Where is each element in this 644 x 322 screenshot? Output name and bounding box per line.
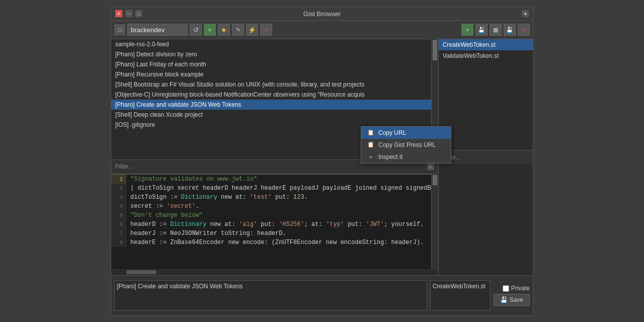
code-editor[interactable]: 1 "Signature validates on www.jwt.io" 2 … [111,174,431,270]
window-menu-button[interactable]: ▾ [522,10,529,17]
maximize-button[interactable]: □ [135,10,142,17]
code-line: 3 dictToSign := Dictionary new at: 'test… [111,193,431,202]
right-save2-button[interactable]: 💾 [504,24,516,36]
file-filter-bar: Filter... [439,150,533,164]
scrollbar-thumb[interactable] [433,40,437,60]
list-item[interactable]: [Pharo] Last Friday of each month [111,59,431,69]
pin-button[interactable]: ✎ [232,24,244,36]
save-icon: 💾 [500,296,508,303]
file-list: CreateWebToken.st ValidateWebToken.st [439,39,533,150]
inspect-icon: ● [367,153,374,160]
refresh-button[interactable]: ↺ [190,24,202,36]
context-menu-item-copy-url[interactable]: 📋 Copy URL [361,127,451,139]
right-close-button[interactable]: × [518,24,530,36]
code-content: headerJ := NeoJSONWriter toString: heade… [126,229,286,238]
code-hscrollbar[interactable] [111,269,438,275]
file-list-item[interactable]: ValidateWebToken.st [439,50,533,61]
private-label: Private [511,285,530,292]
code-content: | dictToSign secret headerD headerJ head… [126,184,431,193]
filter-placeholder: Filter... [115,163,133,170]
line-number: 5 [111,211,126,220]
main-area: sample-rss-2.0-feed [Pharo] Detect divis… [111,39,533,275]
bottom-title-text: [Pharo] Create and validate JSON Web Tok… [117,283,243,290]
code-panel: 1 "Signature validates on www.jwt.io" 2 … [111,174,438,269]
window-controls: × − □ [115,10,142,17]
right-grid-button[interactable]: ▦ [490,24,502,36]
main-toolbar: □ ↺ + ★ ✎ ⚡ × + 💾 ▦ 💾 × [111,21,533,39]
code-line: 2 | dictToSign secret headerD headerJ he… [111,184,431,193]
copy-url-icon: 📋 [367,129,374,136]
list-item[interactable]: [Objective-C] Unregistering block-based … [111,90,431,100]
bottom-right-controls: Private 💾 Save [494,285,530,306]
private-checkbox-container[interactable]: Private [503,285,530,292]
window-title: Gist Browser [303,10,341,18]
code-content: headerD := Dictionary new at: 'alg' put:… [126,220,424,229]
code-content: secret := 'secret'. [126,202,199,211]
right-add-button[interactable]: + [461,24,473,36]
copy-gist-label: Copy Gist Press URL [378,141,436,148]
filter-dropdown[interactable]: ▾ [427,163,434,170]
lightning-button[interactable]: ⚡ [246,24,258,36]
code-content: "Signature validates on www.jwt.io" [126,175,257,184]
add-gist-button[interactable]: + [204,24,216,36]
context-menu-item-inspect[interactable]: ● Inspect it [361,151,451,163]
line-number: 7 [111,229,126,238]
line-number: 1 [111,175,126,184]
right-window-controls: ▾ [522,10,529,17]
code-line: 1 "Signature validates on www.jwt.io" [111,175,431,184]
code-content: "Don't change below" [126,211,203,220]
context-menu-item-copy-gist-url[interactable]: 📋 Copy Gist Press URL [361,139,451,151]
save-label: Save [510,296,523,303]
code-line: 4 secret := 'secret'. [111,202,431,211]
list-item[interactable]: [Shell] Deep clean Xcode project [111,110,431,120]
minimize-button[interactable]: − [125,10,132,17]
bottom-filename-text: CreateWebToken.st [433,283,486,290]
username-input[interactable] [127,24,188,36]
code-scroll-thumb[interactable] [433,175,437,185]
main-window: × − □ Gist Browser ▾ □ ↺ + ★ ✎ ⚡ × + 💾 ▦… [111,7,533,316]
private-checkbox[interactable] [503,285,509,292]
close-window-button[interactable]: × [115,10,122,17]
line-number: 6 [111,220,126,229]
toolbar-close-button[interactable]: × [260,24,272,36]
code-line: 7 headerJ := NeoJSONWriter toString: hea… [111,229,431,238]
inspect-label: Inspect it [378,153,403,160]
list-item[interactable]: [Pharo] Detect division by zero [111,49,431,59]
list-item[interactable]: [Shell] Bootstrap an F# Visual Studio so… [111,79,431,90]
line-number: 3 [111,193,126,202]
code-line: 6 headerD := Dictionary new at: 'alg' pu… [111,220,431,229]
right-panel: CreateWebToken.st ValidateWebToken.st Fi… [439,39,533,275]
code-line: 8 headerE := ZnBase64Encoder new encode:… [111,238,431,247]
code-content: dictToSign := Dictionary new at: 'test' … [126,193,308,202]
save-button[interactable]: 💾 Save [494,294,530,306]
line-number: 8 [111,238,126,247]
code-line: 5 "Don't change below" [111,211,431,220]
title-bar: × − □ Gist Browser ▾ [111,7,533,21]
right-save-button[interactable]: 💾 [475,24,488,36]
copy-url-label: Copy URL [378,129,406,136]
right-filler [439,164,533,275]
line-number: 2 [111,184,126,193]
user-avatar: □ [114,24,125,35]
bottom-filename-field[interactable]: CreateWebToken.st [430,280,491,310]
code-content: headerE := ZnBase64Encoder new encode: (… [126,238,424,247]
star-button[interactable]: ★ [218,24,230,36]
copy-gist-icon: 📋 [367,141,374,148]
list-item[interactable]: sample-rss-2.0-feed [111,39,431,49]
bottom-bar: [Pharo] Create and validate JSON Web Tok… [111,275,533,315]
code-scrollbar[interactable] [431,174,438,269]
list-item[interactable]: [Pharo] Recursive block example [111,69,431,79]
list-item-selected[interactable]: [Pharo] Create and validate JSON Web Tok… [111,100,431,110]
code-hscroll-thumb[interactable] [126,270,156,274]
bottom-title-field[interactable]: [Pharo] Create and validate JSON Web Tok… [114,280,427,310]
file-list-item-selected[interactable]: CreateWebToken.st [439,39,533,50]
context-menu: 📋 Copy URL 📋 Copy Gist Press URL ● Inspe… [361,126,451,164]
line-number: 4 [111,202,126,211]
